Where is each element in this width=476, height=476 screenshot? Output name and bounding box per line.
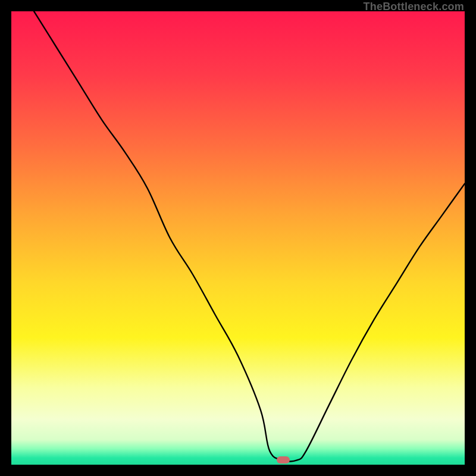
watermark-label: TheBottleneck.com xyxy=(364,1,464,13)
optimal-marker xyxy=(277,456,290,464)
bottleneck-curve xyxy=(11,11,465,465)
chart-frame: TheBottleneck.com xyxy=(0,0,476,476)
plot-area xyxy=(11,11,465,465)
